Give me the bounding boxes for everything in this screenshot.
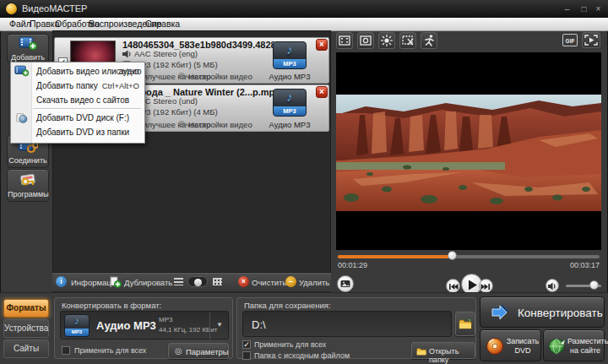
duplicate-button[interactable]: Дублировать (124, 278, 172, 287)
mp3-badge-label: MP3 (274, 106, 306, 116)
folder-panel: Папка для сохранения: D:\ ✓ Применить дл… (236, 297, 476, 359)
mp3-badge: ♪ MP3 (273, 89, 307, 117)
trim-button[interactable] (399, 32, 416, 49)
context-item-add-folder[interactable]: Добавить папку Ctrl+Alt+O (11, 79, 144, 93)
folder-apply-all-label: Применить для всех (254, 340, 326, 349)
crop-button[interactable] (336, 32, 353, 49)
seek-bar[interactable] (338, 255, 600, 258)
sidebar-add-label: Добавить (8, 53, 48, 62)
folder-panel-title: Папка для сохранения: (244, 301, 331, 310)
sidebar-programs-button[interactable]: Программы (7, 169, 49, 202)
grid-view-icon[interactable] (213, 278, 222, 285)
dropdown-divider (209, 312, 210, 340)
effects-button[interactable] (357, 32, 374, 49)
view-toggle-knob[interactable] (194, 279, 202, 286)
app-logo-icon (6, 3, 17, 14)
context-item-add-dvd-disc[interactable]: Добавить DVD диск (F:) (11, 111, 144, 125)
sidebar-programs-label: Программы (8, 190, 48, 198)
next-button[interactable] (479, 279, 493, 293)
time-total: 00:03:17 (557, 261, 600, 269)
file-row-2-video-settings[interactable]: Настройки видео (188, 120, 252, 129)
params-button[interactable]: ◎ Параметры (168, 343, 229, 359)
video-preview[interactable] (336, 52, 601, 250)
dropdown-arrow-icon[interactable]: ▼ (216, 321, 223, 329)
format-apply-all-checkbox[interactable] (62, 346, 70, 355)
open-folder-button[interactable]: Открыть папку (411, 342, 475, 359)
delete-button[interactable]: Удалить (299, 278, 329, 287)
sidebar-join-label: Соединить (8, 156, 48, 165)
snapshot-icon (338, 276, 353, 291)
list-view-icon[interactable] (174, 278, 183, 285)
folder-icon (459, 318, 473, 329)
trim-icon (400, 33, 415, 48)
video-settings-gear-icon: ◎ (178, 71, 185, 79)
format-panel: Конвертировать в формат: ♪ MP3 Аудио MP3… (54, 297, 233, 359)
file-row-1-format: MP3 (192 Кбит) (5 МБ) (134, 60, 218, 69)
gif-button[interactable]: GIF (562, 34, 578, 46)
file-row-1-remove-button[interactable]: × (316, 39, 328, 51)
params-label: Параметры (186, 347, 229, 356)
format-badge-label: MP3 (65, 329, 89, 336)
tab-sites[interactable]: Сайты (3, 340, 49, 358)
delete-icon: – (285, 276, 296, 287)
effects-icon (358, 33, 373, 48)
sidebar-add-button[interactable]: Добавить (7, 34, 49, 63)
fullscreen-button[interactable] (582, 32, 600, 48)
tab-formats[interactable]: Форматы (3, 299, 49, 318)
convert-label: Конвертировать (518, 307, 603, 319)
upload-site-button[interactable]: Разместить на сайте (543, 329, 605, 361)
music-note-icon: ♪ (65, 315, 89, 327)
context-item-add-dvd-folder[interactable]: Добавить DVD из папки (11, 125, 144, 139)
seek-thumb[interactable] (448, 251, 457, 260)
video-frame-canyon (336, 95, 601, 211)
duplicate-icon (110, 276, 122, 288)
context-item-download-video[interactable]: Скачать видео с сайтов (11, 93, 144, 107)
volume-button[interactable] (546, 279, 559, 292)
maximize-button[interactable]: □ (578, 3, 590, 14)
previous-button[interactable] (446, 279, 460, 293)
file-row-2-remove-button[interactable]: × (316, 86, 328, 98)
audio-speaker-icon (122, 50, 132, 58)
programs-key-icon (18, 172, 38, 187)
tab-devices[interactable]: Устройства (3, 319, 49, 338)
view-toggle[interactable] (187, 276, 208, 287)
context-item-add-video[interactable]: Добавить видео или аудио Ctrl+O (11, 64, 144, 79)
crop-icon (337, 33, 352, 48)
convert-button[interactable]: Конвертировать (480, 296, 605, 328)
volume-icon (546, 280, 558, 292)
mp3-badge: ♪ MP3 (273, 41, 307, 69)
next-icon (480, 280, 492, 293)
menu-help[interactable]: Справка (143, 19, 182, 30)
fullscreen-icon (583, 33, 600, 47)
file-row-1-audio: AAC Stereo (eng) (134, 49, 198, 58)
close-button[interactable]: × (592, 3, 605, 14)
speed-button[interactable] (421, 32, 437, 49)
context-item-label: Добавить DVD диск (F:) (36, 113, 129, 122)
file-row-1-video-settings[interactable]: Настройки видео (188, 72, 252, 81)
browse-folder-button[interactable] (455, 312, 475, 336)
context-item-shortcut: Ctrl+Alt+O (102, 81, 139, 90)
add-video-icon (19, 36, 38, 51)
format-info-line1: MP3 (159, 316, 172, 323)
enhance-button[interactable] (378, 32, 395, 49)
minimize-button[interactable]: – (561, 3, 573, 14)
source-folder-checkbox[interactable] (242, 351, 251, 360)
context-item-shortcut: Ctrl+O (116, 67, 139, 76)
upload-site-label: Разместить на сайте (567, 337, 603, 356)
app-window: ВидеоМАСТЕР – □ × Файл Правка Обработка … (0, 0, 608, 364)
clear-button[interactable]: Очистить (252, 278, 286, 287)
folder-apply-all-checkbox[interactable]: ✓ (242, 340, 251, 349)
format-dropdown[interactable]: ♪ MP3 Аудио MP3 MP3 44,1 КГц, 192 КБит ▼ (60, 311, 229, 340)
source-folder-label: Папка с исходным файлом (254, 351, 350, 360)
title-bar: ВидеоМАСТЕР – □ × (0, 0, 608, 19)
brightness-icon (379, 33, 394, 48)
snapshot-button[interactable] (337, 275, 354, 292)
menu-bar: Файл Правка Обработка Воспроизведение Сп… (0, 18, 608, 31)
format-panel-title: Конвертировать в формат: (62, 301, 161, 310)
music-note-icon: ♪ (274, 90, 306, 105)
burn-dvd-button[interactable]: Записать DVD (480, 329, 541, 361)
save-path-input[interactable]: D:\ (242, 311, 452, 337)
volume-thumb[interactable] (589, 280, 599, 290)
save-path-value: D:\ (252, 318, 266, 331)
file-row-2-output: Аудио MP3 (263, 120, 317, 129)
